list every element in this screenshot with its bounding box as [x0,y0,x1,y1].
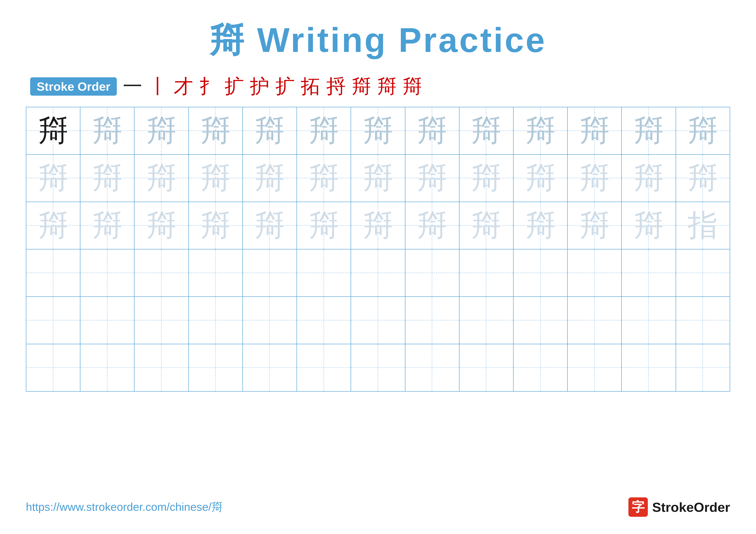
grid-cell[interactable]: 搿 [189,202,243,249]
grid-cell[interactable] [567,297,622,344]
grid-cell[interactable] [459,297,513,344]
brand-name: StrokeOrder [652,499,730,515]
grid-cell[interactable]: 指 [676,202,730,249]
grid-cell[interactable] [513,344,567,392]
grid-cell[interactable] [351,297,405,344]
footer-url: https://www.strokeorder.com/chinese/搿 [26,499,223,515]
grid-cell[interactable]: 搿 [26,154,80,202]
grid-cell[interactable] [459,344,513,392]
footer-logo: 字 StrokeOrder [629,497,730,517]
stroke-order-row: Stroke Order 一 丨 才 扌 扩 护 扩 拓 捋 搿 搿 搿 [26,77,730,96]
grid-cell[interactable]: 搿 [80,154,134,202]
grid-row-2: 搿 搿 搿 搿 搿 搿 搿 搿 搿 搿 搿 搿 搿 [26,154,730,202]
grid-cell[interactable] [567,344,622,392]
stroke-order-badge: Stroke Order [30,77,117,96]
grid-cell[interactable] [189,344,243,392]
grid-cell[interactable]: 搿 [513,202,567,249]
grid-cell[interactable] [297,297,351,344]
grid-cell[interactable]: 搿 [297,202,351,249]
grid-cell[interactable]: 搿 [622,107,676,154]
grid-cell[interactable]: 搿 [351,154,405,202]
grid-cell[interactable]: 搿 [567,154,622,202]
grid-cell[interactable]: 搿 [459,107,513,154]
grid-cell[interactable]: 搿 [676,107,730,154]
stroke-7: 扩 [275,77,295,96]
grid-cell[interactable] [622,297,676,344]
grid-cell[interactable]: 搿 [459,202,513,249]
grid-cell[interactable] [513,297,567,344]
grid-cell[interactable] [134,297,188,344]
grid-cell[interactable]: 搿 [405,107,459,154]
grid-row-6 [26,344,730,392]
grid-cell[interactable]: 搿 [297,154,351,202]
grid-cell[interactable] [459,249,513,297]
grid-cell[interactable]: 搿 [243,154,297,202]
grid-cell[interactable] [189,297,243,344]
grid-cell[interactable] [676,344,730,392]
grid-cell[interactable] [405,297,459,344]
grid-cell[interactable]: 搿 [80,107,134,154]
grid-row-3: 搿 搿 搿 搿 搿 搿 搿 搿 搿 搿 搿 搿 指 [26,202,730,249]
grid-cell[interactable] [405,344,459,392]
stroke-11: 搿 [377,77,396,96]
grid-cell[interactable]: 搿 [513,107,567,154]
grid-cell[interactable]: 搿 [351,202,405,249]
grid-cell[interactable] [134,249,188,297]
practice-grid: 搿 搿 搿 搿 搿 搿 搿 搿 搿 搿 搿 搿 搿 搿 搿 搿 搿 搿 [26,107,730,392]
stroke-10: 搿 [352,77,371,96]
grid-cell[interactable]: 搿 [297,107,351,154]
grid-cell[interactable]: 搿 [567,202,622,249]
grid-cell[interactable] [622,249,676,297]
grid-row-4 [26,249,730,297]
grid-cell[interactable]: 搿 [134,154,188,202]
grid-cell[interactable]: 搿 [189,154,243,202]
grid-cell[interactable] [351,249,405,297]
grid-cell[interactable]: 搿 [189,107,243,154]
grid-cell[interactable] [243,249,297,297]
grid-cell[interactable] [351,344,405,392]
grid-cell[interactable]: 搿 [134,202,188,249]
stroke-1: 一 [123,77,142,96]
grid-cell[interactable] [297,344,351,392]
grid-cell[interactable]: 搿 [26,107,80,154]
grid-cell[interactable]: 搿 [676,154,730,202]
grid-cell[interactable] [80,297,134,344]
grid-cell[interactable] [622,344,676,392]
grid-cell[interactable]: 搿 [26,202,80,249]
grid-cell[interactable] [26,344,80,392]
grid-cell[interactable] [243,297,297,344]
page-title: 搿 Writing Practice [26,17,730,64]
grid-cell[interactable] [189,249,243,297]
grid-cell[interactable] [80,344,134,392]
grid-cell[interactable]: 搿 [459,154,513,202]
grid-cell[interactable]: 搿 [622,202,676,249]
grid-cell[interactable]: 搿 [405,154,459,202]
grid-cell[interactable]: 搿 [351,107,405,154]
logo-icon: 字 [629,497,648,517]
grid-row-1: 搿 搿 搿 搿 搿 搿 搿 搿 搿 搿 搿 搿 搿 [26,107,730,154]
stroke-3: 才 [174,77,193,96]
grid-cell[interactable] [405,249,459,297]
grid-cell[interactable]: 搿 [567,107,622,154]
grid-cell[interactable] [134,344,188,392]
grid-cell[interactable] [567,249,622,297]
grid-cell[interactable]: 搿 [243,202,297,249]
stroke-4: 扌 [199,77,219,96]
grid-cell[interactable] [676,249,730,297]
stroke-2: 丨 [148,77,168,96]
grid-cell[interactable]: 搿 [513,154,567,202]
grid-cell[interactable]: 搿 [134,107,188,154]
grid-cell[interactable] [676,297,730,344]
grid-cell[interactable]: 搿 [622,154,676,202]
grid-cell[interactable] [297,249,351,297]
grid-cell[interactable] [26,249,80,297]
grid-row-5 [26,297,730,344]
grid-cell[interactable] [243,344,297,392]
stroke-9: 捋 [326,77,346,96]
grid-cell[interactable]: 搿 [405,202,459,249]
grid-cell[interactable] [513,249,567,297]
grid-cell[interactable] [26,297,80,344]
grid-cell[interactable]: 搿 [80,202,134,249]
grid-cell[interactable]: 搿 [243,107,297,154]
grid-cell[interactable] [80,249,134,297]
